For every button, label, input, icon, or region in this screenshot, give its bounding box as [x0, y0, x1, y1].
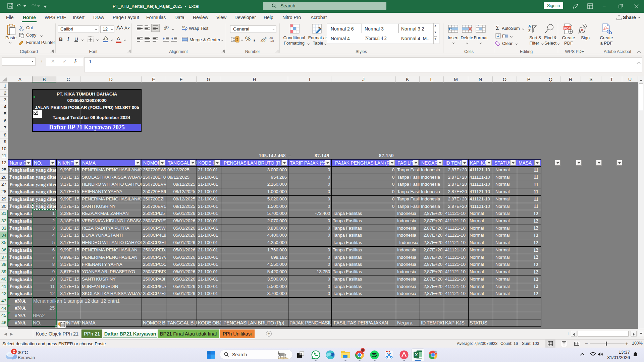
svg-text:A: A	[528, 24, 531, 28]
svg-text:.00: .00	[269, 37, 273, 40]
svg-text:X: X	[415, 352, 418, 357]
svg-text:→0: →0	[270, 40, 274, 43]
svg-text:PDF: PDF	[564, 26, 571, 30]
svg-text:Z: Z	[528, 29, 531, 33]
svg-text:ab: ab	[182, 25, 185, 29]
svg-text:z: z	[636, 353, 637, 355]
svg-text:←0: ←0	[262, 37, 267, 40]
